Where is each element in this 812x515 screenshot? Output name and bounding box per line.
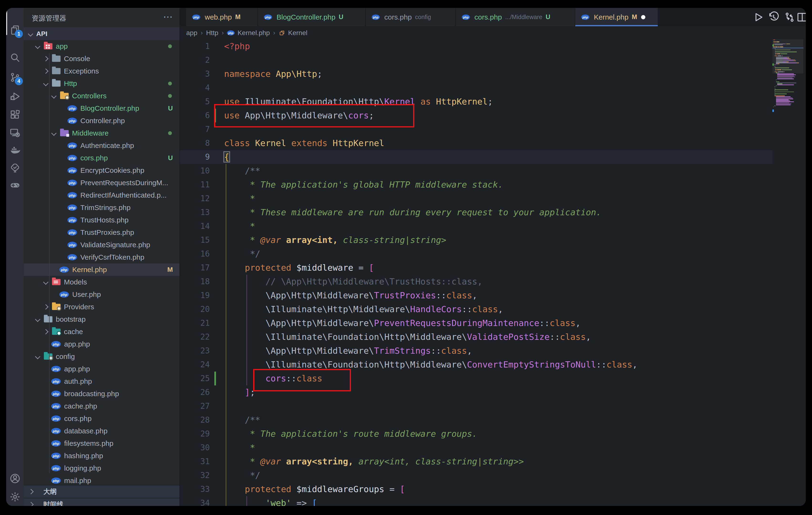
code-line-14[interactable]: * (224, 219, 255, 233)
tree-item-Controller.php[interactable]: Controller.php (24, 114, 180, 127)
tree-item-RedirectIfAuthenticated.p...[interactable]: RedirectIfAuthenticated.p... (24, 189, 180, 201)
minimap[interactable] (773, 39, 804, 506)
run-debug-icon[interactable] (6, 88, 24, 105)
line-number: 12 (180, 192, 210, 206)
breadcrumb-item[interactable]: app (186, 29, 197, 37)
account-icon[interactable] (6, 470, 24, 487)
tree-item-app.php[interactable]: app.php (24, 338, 180, 350)
game-icon[interactable] (6, 177, 24, 194)
tree-item-Kernel.php[interactable]: Kernel.phpM (24, 264, 180, 276)
tab-cors.php-config[interactable]: cors.phpconfig (366, 8, 456, 26)
code-line-29[interactable]: * The application's route middleware gro… (224, 427, 477, 441)
code-line-19[interactable]: \App\Http\Middleware\TrustProxies::class… (224, 289, 477, 302)
tree-item-database.php[interactable]: database.php (24, 425, 180, 437)
tree-item-logging.php[interactable]: logging.php (24, 462, 180, 475)
settings-icon[interactable] (6, 488, 24, 506)
code-line-3[interactable]: namespace App\Http; (224, 67, 322, 81)
tree-item-TrimStrings.php[interactable]: TrimStrings.php (24, 201, 180, 214)
workspace-section-header[interactable]: API (24, 27, 180, 40)
code-line-31[interactable]: * @var array<string, array<int, class-st… (224, 455, 524, 468)
tree-item-User.php[interactable]: User.php (24, 288, 180, 301)
tree-item-Models[interactable]: Models (24, 276, 180, 288)
breadcrumb-item[interactable]: Kernel (288, 29, 308, 37)
tree-item-config[interactable]: config (24, 350, 180, 363)
tree-item-EncryptCookies.php[interactable]: EncryptCookies.php (24, 164, 180, 177)
outline-panel-header[interactable]: 大纲 (24, 485, 180, 498)
breadcrumb-item[interactable]: Kernel.php (237, 29, 270, 37)
code-line-33[interactable]: protected $middlewareGroups = [ (224, 482, 405, 496)
testing-icon[interactable] (6, 159, 24, 177)
code-line-17[interactable]: protected $middleware = [ (224, 261, 374, 275)
code-line-28[interactable]: /** (224, 413, 260, 427)
tree-item-Authenticate.php[interactable]: Authenticate.php (24, 139, 180, 152)
sidebar-editor-divider[interactable] (179, 8, 180, 506)
code-line-22[interactable]: \Illuminate\Foundation\Http\Middleware\V… (224, 330, 591, 344)
run-icon[interactable] (752, 11, 763, 23)
docker-icon[interactable] (6, 141, 24, 159)
tree-item-cache.php[interactable]: cache.php (24, 400, 180, 412)
search-icon[interactable] (6, 49, 24, 66)
tree-item-VerifyCsrfToken.php[interactable]: VerifyCsrfToken.php (24, 251, 180, 264)
tree-item-cors.php[interactable]: cors.php (24, 412, 180, 425)
minimap-viewport[interactable] (773, 39, 804, 74)
tree-item-TrustProxies.php[interactable]: TrustProxies.php (24, 226, 180, 239)
tab-cors.php-Middleware[interactable]: cors.php.../MiddlewareU (456, 8, 575, 26)
split-editor-icon[interactable] (796, 11, 806, 23)
tab-BlogController.php[interactable]: BlogController.phpU (258, 8, 366, 26)
timeline-panel-header[interactable]: 时间线 (24, 498, 180, 506)
tree-item-Controllers[interactable]: Controllers (24, 90, 180, 102)
history-icon[interactable] (768, 11, 779, 23)
tree-item-ValidateSignature.php[interactable]: ValidateSignature.php (24, 239, 180, 251)
tree-item-auth.php[interactable]: auth.php (24, 375, 180, 387)
compare-changes-icon[interactable] (784, 11, 795, 23)
code-line-26[interactable]: ]; (224, 385, 255, 399)
code-line-10[interactable]: /** (224, 164, 260, 178)
tree-item-app[interactable]: app (24, 40, 180, 53)
code-line-13[interactable]: * These middleware are run during every … (224, 206, 601, 219)
tree-item-broadcasting.php[interactable]: broadcasting.php (24, 387, 180, 400)
code-line-20[interactable]: \Illuminate\Http\Middleware\HandleCors::… (224, 302, 503, 316)
code-line-11[interactable]: * The application's global HTTP middlewa… (224, 178, 503, 192)
tree-item-Console[interactable]: Console (24, 53, 180, 65)
tree-item-filesystems.php[interactable]: filesystems.php (24, 437, 180, 450)
code-line-30[interactable]: * (224, 441, 255, 455)
code-line-12[interactable]: * (224, 192, 255, 206)
code-editor[interactable]: 1<?php23namespace App\Http;45use Illumin… (180, 39, 806, 506)
unsaved-dot[interactable] (641, 15, 645, 19)
explorer-icon[interactable]: 1 (6, 21, 24, 39)
code-line-23[interactable]: \App\Http\Middleware\TrimStrings::class, (224, 344, 472, 358)
tree-item-Providers[interactable]: Providers (24, 301, 180, 313)
tree-item-cors.php[interactable]: cors.phpU (24, 152, 180, 164)
code-line-32[interactable]: */ (224, 468, 260, 482)
tree-item-app.php[interactable]: app.php (24, 363, 180, 375)
tree-item-Middleware[interactable]: Middleware (24, 127, 180, 139)
tree-item-Exceptions[interactable]: Exceptions (24, 65, 180, 77)
tree-item-bootstrap[interactable]: bootstrap (24, 313, 180, 326)
code-line-34[interactable]: 'web' => [ (224, 496, 317, 506)
tree-item-cache[interactable]: cache (24, 326, 180, 338)
extensions-icon[interactable] (6, 106, 24, 124)
more-actions-icon[interactable]: ⋯ (163, 11, 173, 22)
code-line-21[interactable]: \App\Http\Middleware\PreventRequestsDuri… (224, 316, 581, 330)
code-line-9[interactable]: { (224, 150, 229, 164)
tree-item-PreventRequestsDuringM...[interactable]: PreventRequestsDuringM... (24, 177, 180, 189)
tree-item-TrustHosts.php[interactable]: TrustHosts.php (24, 214, 180, 226)
code-line-1[interactable]: <?php (224, 39, 250, 53)
tree-item-Http[interactable]: Http (24, 77, 180, 90)
breadcrumb-item[interactable]: Http (206, 29, 218, 37)
remote-explorer-icon[interactable] (6, 124, 24, 141)
slate-folder-icon (52, 68, 61, 74)
source-control-icon[interactable]: 4 (6, 69, 24, 86)
code-line-15[interactable]: * @var array<int, class-string|string> (224, 233, 446, 247)
code-line-18[interactable]: // \App\Http\Middleware\TrustHosts::clas… (224, 275, 483, 289)
tree-item-BlogController.php[interactable]: BlogController.phpU (24, 102, 180, 114)
tree-item-hashing.php[interactable]: hashing.php (24, 450, 180, 462)
tab-Kernel.php[interactable]: Kernel.phpM (575, 8, 658, 26)
code-line-8[interactable]: class Kernel extends HttpKernel (224, 136, 384, 150)
tab-web.php[interactable]: web.phpM (186, 8, 258, 26)
tree-item-label: hashing.php (64, 452, 103, 460)
line-number: 22 (180, 330, 210, 344)
code-line-16[interactable]: */ (224, 247, 260, 261)
slate-open-folder-icon (44, 316, 53, 322)
tab-strip: web.phpMBlogController.phpUcors.phpconfi… (180, 8, 806, 26)
